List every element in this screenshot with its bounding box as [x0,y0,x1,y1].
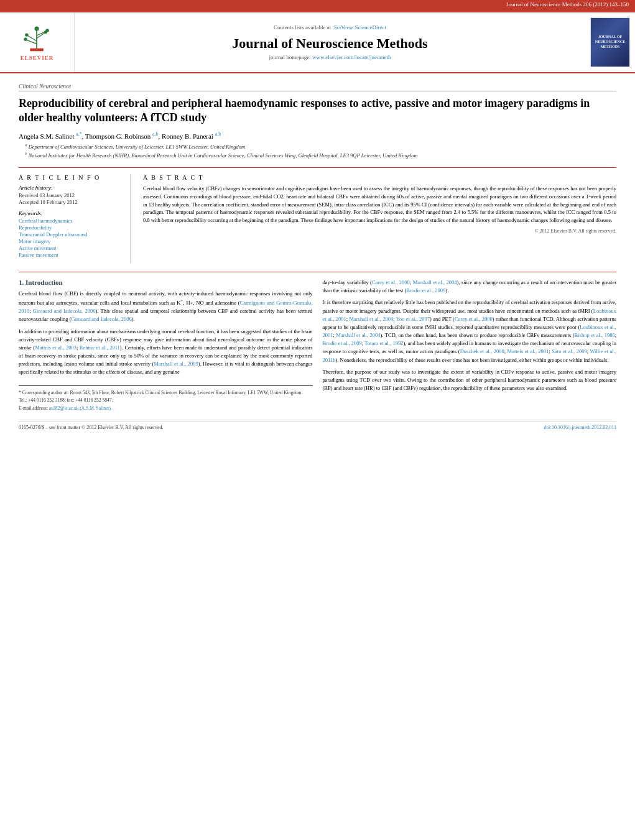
article-history: Article history: Received 13 January 201… [19,185,121,205]
history-title: Article history: [19,185,121,191]
affiliation-b-text: National Institutes for Health Research … [29,152,418,159]
accepted-date: Accepted 10 February 2012 [19,199,121,205]
right-para-2: It is therefore surprising that relative… [323,298,617,364]
ref-totaro1992[interactable]: Totaro et al., 1992 [364,340,403,346]
received-date: Received 13 January 2012 [19,192,121,198]
author1: Angela S.M. Salinet a,*, [19,132,83,140]
copyright-line: © 2012 Elsevier B.V. All rights reserved… [143,228,616,234]
body-section: 1. Introduction Cerebral blood flow (CBF… [19,272,616,413]
thumbnail-line3: METHODS [601,45,620,50]
keyword-1: Cerebral haemodynamics [19,218,121,224]
body-right-col: day-to-day variability (Carey et al., 20… [323,279,617,413]
keyword-5: Active movement [19,245,121,251]
thumbnail-box: JOURNAL OF NEUROSCIENCE METHODS [590,17,630,67]
svg-point-9 [45,29,49,32]
ref-yoo2007[interactable]: Yoo et al., 2007 [396,316,430,322]
right-para-3: Therefore, the purpose of our study was … [323,368,617,393]
ref-carey2000[interactable]: Carey et al., 2000 [372,279,410,285]
svg-point-6 [25,33,28,36]
author3: Ronney B. Panerai a,b [162,132,221,140]
journal-thumbnail: JOURNAL OF NEUROSCIENCE METHODS [585,12,635,72]
citation-text: Journal of Neuroscience Methods 206 (201… [506,1,629,7]
intro-para-1: Cerebral blood flow (CBF) is directly co… [19,290,313,324]
keywords-title: Keywords: [19,210,121,216]
footnote-tel: Tel.: +44 0116 252 3188; fax: +44 0116 2… [19,397,313,404]
homepage-link[interactable]: www.elsevier.com/locate/jneumeth [312,54,391,60]
ref-girouard2006[interactable]: Girouard and Iadecola, 2006 [33,308,96,314]
author2: Thompson G. Robinson a,b, [85,132,160,140]
ref-duschek2008[interactable]: Duschek et al., 2008 [460,348,504,354]
thumbnail-line2: NEUROSCIENCE [595,40,625,45]
journal-homepage: journal homepage: www.elsevier.com/locat… [269,54,391,60]
ref-bishop1986[interactable]: Bishop et al., 1986 [575,332,615,338]
page: Journal of Neuroscience Methods 206 (201… [0,0,635,440]
abstract-text: Cerebral blood flow velocity (CBFv) chan… [143,185,616,224]
keyword-6: Passive movement [19,252,121,258]
ref-marshall2004b[interactable]: Marshall et al., 2004 [349,316,393,322]
contents-line: Contents lists available at SciVerse Sci… [274,24,386,30]
citation-bar: Journal of Neuroscience Methods 206 (201… [0,0,635,9]
ref-matteis2001[interactable]: Matteis et al., 2001 [508,348,549,354]
affiliation-a: a Department of Cardiovascular Sciences,… [19,142,616,150]
intro-heading: 1. Introduction [19,279,313,286]
intro-number: 1. [19,279,24,286]
article-content: Clinical Neuroscience Reproducibility of… [0,73,635,440]
affiliation-a-text: Department of Cardiovascular Sciences, U… [29,144,246,150]
footnote-corresponding: * Corresponding author at: Room 543, 5th… [19,390,313,397]
ref-brodie2009b[interactable]: Brodie et al., 2009 [323,340,362,346]
bottom-bar: 0165-0270/$ – see front matter © 2012 El… [19,422,616,430]
article-info-col: A R T I C L E I N F O Article history: R… [19,174,131,263]
ref-girouard2006b[interactable]: Girouard and Iadecola, 2006 [72,316,132,322]
ref-carey2000b[interactable]: Carey et al., 2000 [455,316,493,322]
journal-header: ELSEVIER Contents lists available at Sci… [0,12,635,73]
section-label: Clinical Neuroscience [19,83,616,91]
ref-brodie2009[interactable]: Brodie et al., 2009 [406,287,445,293]
keyword-2: Reproducibility [19,224,121,231]
ref-marshall2009[interactable]: Marshall et al., 2009 [154,361,198,367]
elsevier-logo-icon [14,24,60,52]
article-info-abstract-section: A R T I C L E I N F O Article history: R… [19,167,616,263]
ref-sato2009[interactable]: Sato et al., 2009 [552,348,586,354]
svg-rect-11 [30,48,44,51]
intro-para-2: In addition to providing information abo… [19,328,313,377]
keyword-4: Motor imagery [19,238,121,244]
footnote-email: E-mail address: as182@le.ac.uk (A.S.M. S… [19,405,313,412]
article-info-title: A R T I C L E I N F O [19,174,121,181]
doi-link[interactable]: doi:10.1016/j.jneumeth.2012.02.011 [544,425,616,430]
svg-point-10 [34,26,39,30]
ref-matteis2003[interactable]: Matteis et al., 2003 [35,344,76,351]
keywords-section: Keywords: Cerebral haemodynamics Reprodu… [19,210,121,258]
svg-point-8 [24,37,27,40]
elsevier-logo-section: ELSEVIER [0,12,75,72]
elsevier-label: ELSEVIER [21,55,54,61]
footnote-area: * Corresponding author at: Room 543, 5th… [19,385,313,412]
keyword-3: Transcranial Doppler ultrasound [19,231,121,238]
body-left-col: 1. Introduction Cerebral blood flow (CBF… [19,279,313,413]
email-label: E-mail address: [19,405,48,411]
ref-rehme[interactable]: Rehme et al., 2011 [80,344,120,351]
email-link[interactable]: as182@le.ac.uk (A.S.M. Salinet). [49,405,112,411]
thumbnail-line1: JOURNAL OF [598,35,623,40]
article-title: Reproducibility of cerebral and peripher… [19,96,616,126]
ref-marshall2004[interactable]: Marshall et al., 2004 [413,279,457,285]
authors: Angela S.M. Salinet a,*, Thompson G. Rob… [19,132,616,141]
contents-text: Contents lists available at [274,24,331,30]
doi-text: doi:10.1016/j.jneumeth.2012.02.011 [544,425,616,430]
ref-marshall2004c[interactable]: Marshall et al., 2004 [336,332,380,338]
abstract-title: A B S T R A C T [143,174,616,181]
journal-title: Journal of Neuroscience Methods [232,35,427,52]
right-para-1: day-to-day variability (Carey et al., 20… [323,279,617,295]
affiliation-b: b National Institutes for Health Researc… [19,151,616,159]
intro-title: Introduction [25,279,63,286]
issn-text: 0165-0270/$ – see front matter © 2012 El… [19,425,164,430]
sciverse-link[interactable]: SciVerse ScienceDirect [334,24,386,30]
journal-center: Contents lists available at SciVerse Sci… [75,12,585,72]
abstract-col: A B S T R A C T Cerebral blood flow velo… [143,174,616,263]
